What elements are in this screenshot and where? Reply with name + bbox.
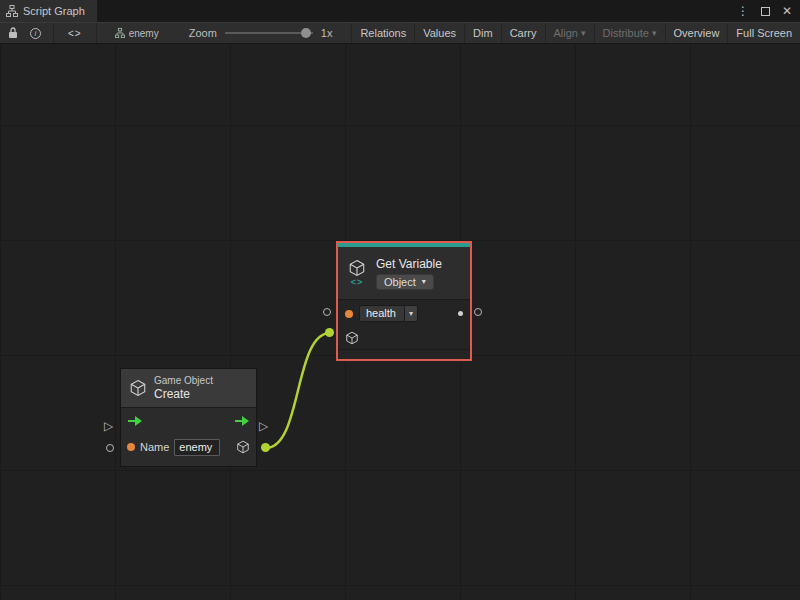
game-object-output-icon[interactable]	[236, 440, 250, 454]
toolbar-separator	[96, 23, 97, 43]
align-button[interactable]: Align ▾	[545, 23, 594, 43]
flow-output-port[interactable]: ▷	[259, 420, 268, 432]
create-object-output-port[interactable]	[261, 443, 270, 452]
fullscreen-button[interactable]: Full Screen	[727, 23, 800, 43]
node-footer	[121, 460, 256, 466]
game-object-port-icon[interactable]	[345, 331, 359, 345]
toolbar-buttons: Relations Values Dim Carry Align ▾ Distr…	[351, 23, 800, 43]
object-port-row	[338, 327, 470, 349]
name-label: Name	[140, 441, 169, 453]
get-variable-object-input-port[interactable]	[325, 328, 334, 337]
name-input-port[interactable]	[127, 443, 135, 451]
flow-input-port[interactable]: ▷	[104, 420, 113, 432]
get-variable-header[interactable]: <> Get Variable Object ▾	[338, 247, 470, 299]
overview-button[interactable]: Overview	[665, 23, 728, 43]
graph-toolbar: i <> enemy Zoom 1x Relations Values Dim …	[0, 22, 800, 44]
variable-name-dropdown[interactable]: health ▾	[359, 305, 418, 322]
script-graph-window: Script Graph ⋮ ✕ i <> enemy	[0, 0, 800, 600]
variable-scope-dropdown[interactable]: Object ▾	[376, 274, 434, 290]
graph-name[interactable]: enemy	[115, 28, 159, 39]
lock-icon[interactable]	[8, 23, 18, 43]
variable-badge-icon: <>	[351, 277, 364, 287]
graph-asset-icon	[115, 28, 125, 38]
zoom-label: Zoom	[189, 23, 217, 43]
zoom-value: 1x	[321, 23, 333, 43]
code-icon[interactable]: <>	[68, 23, 82, 43]
create-node-header[interactable]: Game Object Create	[121, 369, 256, 407]
variable-name-row: health ▾	[338, 300, 470, 327]
chevron-down-icon: ▾	[404, 306, 417, 321]
create-game-object-node[interactable]: Game Object Create Name enemy	[120, 368, 257, 467]
value-input-port[interactable]	[345, 310, 353, 318]
flow-input-arrow-icon[interactable]	[127, 416, 143, 426]
node-title: Get Variable	[376, 257, 442, 271]
name-row: Name enemy	[121, 434, 256, 460]
node-category: Game Object	[154, 375, 213, 386]
tab-title: Script Graph	[23, 5, 85, 17]
toolbar-separator	[53, 23, 54, 43]
carry-button[interactable]: Carry	[501, 23, 545, 43]
graph-name-label: enemy	[129, 28, 159, 39]
flow-port-row	[121, 408, 256, 434]
value-output-port[interactable]	[458, 311, 463, 316]
title-bar: Script Graph ⋮ ✕	[0, 0, 800, 22]
window-controls: ⋮ ✕	[737, 5, 800, 17]
zoom-slider[interactable]	[225, 32, 313, 34]
chevron-down-icon: ▾	[422, 277, 426, 286]
name-input-field[interactable]: enemy	[174, 439, 220, 456]
node-title: Create	[154, 387, 213, 401]
zoom-slider-thumb[interactable]	[301, 28, 311, 38]
node-footer	[338, 350, 470, 359]
close-icon[interactable]: ✕	[782, 5, 792, 17]
script-graph-icon	[6, 5, 18, 17]
relations-button[interactable]: Relations	[351, 23, 414, 43]
cube-icon	[129, 379, 147, 397]
info-icon[interactable]: i	[30, 23, 41, 43]
cube-icon	[348, 259, 366, 277]
get-variable-output-port[interactable]	[474, 308, 482, 316]
flow-output-arrow-icon[interactable]	[234, 416, 250, 426]
values-button[interactable]: Values	[414, 23, 464, 43]
maximize-icon[interactable]	[761, 7, 770, 16]
dim-button[interactable]: Dim	[464, 23, 501, 43]
get-variable-node[interactable]: <> Get Variable Object ▾ health ▾	[336, 241, 472, 361]
tab-script-graph[interactable]: Script Graph	[0, 0, 97, 22]
create-name-port[interactable]	[106, 444, 114, 452]
graph-canvas[interactable]: <> Get Variable Object ▾ health ▾	[0, 44, 800, 600]
chevron-down-icon: ▾	[581, 28, 586, 38]
connection-wire[interactable]	[266, 333, 330, 448]
distribute-button[interactable]: Distribute ▾	[594, 23, 665, 43]
kebab-menu-icon[interactable]: ⋮	[737, 5, 749, 17]
chevron-down-icon: ▾	[652, 28, 657, 38]
get-variable-left-port[interactable]	[323, 308, 331, 316]
